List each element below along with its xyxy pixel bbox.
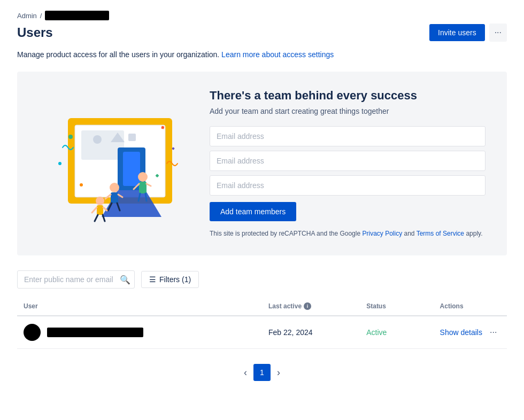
svg-line-29 xyxy=(92,207,97,213)
email-input-2[interactable] xyxy=(210,151,486,171)
breadcrumb-current xyxy=(45,11,109,20)
svg-rect-22 xyxy=(111,192,118,203)
svg-point-27 xyxy=(96,197,104,205)
svg-point-10 xyxy=(58,162,61,165)
pagination-next-button[interactable]: › xyxy=(273,365,284,380)
svg-line-20 xyxy=(145,193,147,201)
search-icon-button[interactable]: 🔍 xyxy=(120,275,130,285)
terms-of-service-link[interactable]: Terms of Service xyxy=(417,230,464,237)
banner-form: There's a team behind every success Add … xyxy=(210,89,486,238)
email-input-3[interactable] xyxy=(210,175,486,196)
col-header-actions: Actions xyxy=(434,297,507,316)
svg-rect-28 xyxy=(97,205,103,215)
banner-subtitle: Add your team and start creating great t… xyxy=(210,107,486,115)
avatar xyxy=(24,324,41,341)
svg-rect-7 xyxy=(123,152,140,186)
filter-icon: ☰ xyxy=(149,275,156,284)
breadcrumb-admin-link[interactable]: Admin xyxy=(17,12,37,20)
status-cell: Active xyxy=(360,316,433,349)
svg-point-11 xyxy=(80,183,83,186)
filters-button[interactable]: ☰ Filters (1) xyxy=(141,271,199,288)
search-filter-row: 🔍 ☰ Filters (1) xyxy=(17,270,507,289)
actions-cell: Show details ··· xyxy=(434,316,507,349)
user-name-redacted xyxy=(47,328,143,337)
col-header-last-active: Last active i xyxy=(262,297,360,316)
svg-line-31 xyxy=(95,215,98,221)
learn-more-link[interactable]: Learn more about access settings xyxy=(221,50,334,59)
email-input-1[interactable] xyxy=(210,126,486,146)
breadcrumb: Admin / xyxy=(17,11,507,20)
search-input[interactable] xyxy=(17,270,135,289)
status-badge: Active xyxy=(366,328,387,337)
banner-illustration xyxy=(38,94,188,233)
search-container: 🔍 xyxy=(17,270,135,289)
page-description: Manage product access for all the users … xyxy=(17,50,507,59)
banner-title: There's a team behind every success xyxy=(210,89,486,103)
table-row: Feb 22, 2024 Active Show details ··· xyxy=(17,316,507,349)
last-active-value: Feb 22, 2024 xyxy=(268,328,313,337)
more-options-button[interactable]: ··· xyxy=(489,24,507,42)
filter-label: Filters (1) xyxy=(159,275,191,284)
search-icon: 🔍 xyxy=(120,275,130,284)
svg-point-3 xyxy=(93,135,102,144)
add-team-members-button[interactable]: Add team members xyxy=(210,202,296,221)
pagination-prev-button[interactable]: ‹ xyxy=(240,365,251,380)
svg-rect-16 xyxy=(139,182,147,193)
col-header-status: Status xyxy=(360,297,433,316)
page-title: Users xyxy=(17,25,53,40)
page-header: Users Invite users ··· xyxy=(17,24,507,42)
col-header-user: User xyxy=(17,297,262,316)
svg-line-30 xyxy=(103,207,107,211)
user-cell xyxy=(17,316,262,349)
users-table: User Last active i Status Actions xyxy=(17,297,507,349)
pagination-page-1-button[interactable]: 1 xyxy=(253,364,271,381)
svg-rect-5 xyxy=(128,134,136,141)
pagination: ‹ 1 › xyxy=(17,364,507,381)
svg-point-9 xyxy=(68,135,73,139)
row-more-button[interactable]: ··· xyxy=(487,325,500,339)
breadcrumb-separator: / xyxy=(40,12,42,20)
last-active-cell: Feb 22, 2024 xyxy=(262,316,360,349)
svg-rect-13 xyxy=(172,147,174,150)
show-details-link[interactable]: Show details xyxy=(440,328,482,337)
privacy-policy-link[interactable]: Privacy Policy xyxy=(362,230,402,237)
header-actions: Invite users ··· xyxy=(429,24,507,42)
svg-point-21 xyxy=(110,183,119,192)
invite-banner: There's a team behind every success Add … xyxy=(17,72,507,255)
recaptcha-notice: This site is protected by reCAPTCHA and … xyxy=(210,229,486,238)
last-active-info-icon: i xyxy=(304,302,311,310)
invite-users-button[interactable]: Invite users xyxy=(429,24,485,41)
svg-point-15 xyxy=(138,172,148,182)
